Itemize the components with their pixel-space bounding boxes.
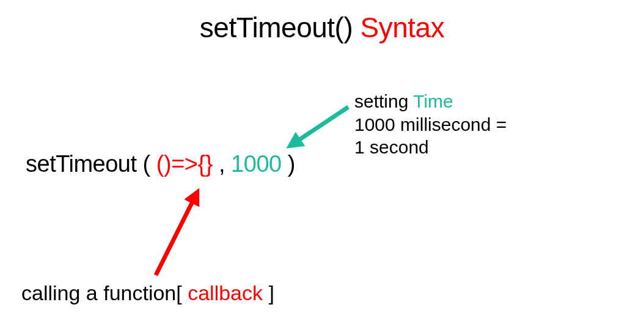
annotation-time-line3: 1 second (354, 136, 507, 159)
title-syntax: Syntax (360, 12, 445, 43)
annotation-callback-keyword: callback (188, 281, 263, 304)
annotation-callback-prefix: calling a function[ (21, 281, 188, 304)
code-callback: ()=>{} (156, 151, 213, 177)
diagram-title: setTimeout() Syntax (0, 11, 644, 44)
annotation-time-line2: 1000 millisecond = (354, 113, 507, 136)
title-text: setTimeout() (200, 12, 360, 43)
annotation-callback: calling a function[ callback ] (21, 281, 274, 305)
annotation-time: setting Time 1000 millisecond = 1 second (354, 90, 507, 159)
annotation-callback-suffix: ] (263, 281, 274, 304)
svg-line-1 (156, 196, 196, 275)
code-separator: , (213, 151, 231, 177)
arrow-callback-icon (144, 183, 217, 281)
annotation-time-label: setting (354, 91, 413, 111)
code-open-paren: ( (137, 151, 156, 177)
code-delay: 1000 (231, 151, 282, 177)
code-fn-name: setTimeout (26, 151, 137, 177)
svg-line-0 (293, 107, 348, 144)
arrow-time-icon (278, 101, 357, 156)
code-expression: setTimeout ( ()=>{} , 1000 ) (26, 151, 295, 177)
annotation-time-keyword: Time (413, 91, 453, 111)
